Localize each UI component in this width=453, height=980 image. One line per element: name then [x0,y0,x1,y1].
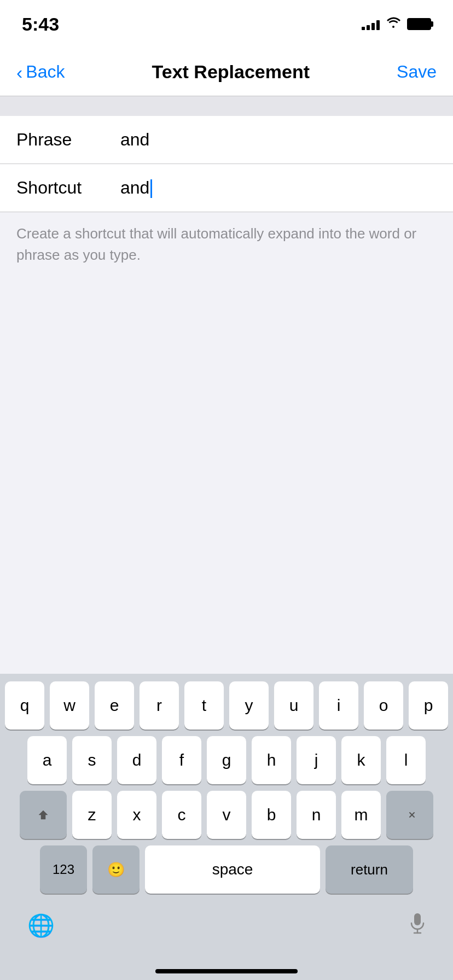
key-j[interactable]: j [297,736,336,784]
emoji-key[interactable]: 🙂 [92,845,140,894]
key-r[interactable]: r [140,681,179,730]
chevron-left-icon: ‹ [16,63,22,81]
shortcut-row: Shortcut and [0,164,453,212]
key-b[interactable]: b [252,791,291,839]
signal-icon [362,18,380,30]
content-area [0,277,453,674]
shortcut-value: and [115,178,152,199]
key-l[interactable]: l [386,736,426,784]
key-e[interactable]: e [95,681,134,730]
status-icons [362,17,431,31]
phrase-label: Phrase [16,130,115,150]
return-key[interactable]: return [326,845,413,894]
home-indicator [0,953,453,980]
keyboard-row-1: q w e r t y u i o p [3,681,450,730]
key-c[interactable]: c [162,791,201,839]
key-g[interactable]: g [207,736,246,784]
phrase-input[interactable] [115,119,437,161]
key-k[interactable]: k [341,736,381,784]
key-u[interactable]: u [274,681,313,730]
form-section: Phrase Shortcut and [0,116,453,212]
key-t[interactable]: t [184,681,224,730]
key-s[interactable]: s [72,736,112,784]
wifi-icon [386,17,400,31]
key-o[interactable]: o [364,681,403,730]
phrase-row: Phrase [0,116,453,164]
keyboard: q w e r t y u i o p a s d f g h j k l z … [0,674,453,903]
microphone-icon[interactable] [409,912,426,939]
helper-text: Create a shortcut that will automaticall… [0,212,453,277]
key-i[interactable]: i [319,681,358,730]
bottom-bar: 🌐 [0,903,453,953]
section-separator [0,96,453,116]
key-y[interactable]: y [229,681,269,730]
keyboard-row-2: a s d f g h j k l [3,736,450,784]
key-q[interactable]: q [5,681,44,730]
delete-key[interactable] [386,791,433,839]
status-time: 5:43 [22,14,59,35]
keyboard-row-4: 123 🙂 space return [3,845,450,894]
helper-text-content: Create a shortcut that will automaticall… [16,225,416,263]
key-v[interactable]: v [207,791,246,839]
page-title: Text Replacement [152,61,310,83]
nav-bar: ‹ Back Text Replacement Save [0,48,453,96]
battery-icon [407,18,431,30]
key-a[interactable]: a [27,736,67,784]
status-bar: 5:43 [0,0,453,48]
back-label: Back [26,62,65,82]
save-button[interactable]: Save [397,62,437,82]
shift-key[interactable] [20,791,67,839]
space-key[interactable]: space [145,845,320,894]
shortcut-label: Shortcut [16,178,115,198]
back-button[interactable]: ‹ Back [16,62,65,82]
key-x[interactable]: x [117,791,156,839]
key-d[interactable]: d [117,736,156,784]
key-z[interactable]: z [72,791,112,839]
key-h[interactable]: h [252,736,291,784]
svg-rect-2 [414,913,421,925]
home-bar [155,969,298,973]
key-f[interactable]: f [162,736,201,784]
numbers-key[interactable]: 123 [40,845,87,894]
text-cursor [150,179,152,198]
key-m[interactable]: m [341,791,381,839]
key-n[interactable]: n [297,791,336,839]
keyboard-row-3: z x c v b n m [3,791,450,839]
key-w[interactable]: w [50,681,89,730]
key-p[interactable]: p [409,681,448,730]
globe-icon[interactable]: 🌐 [27,913,55,938]
